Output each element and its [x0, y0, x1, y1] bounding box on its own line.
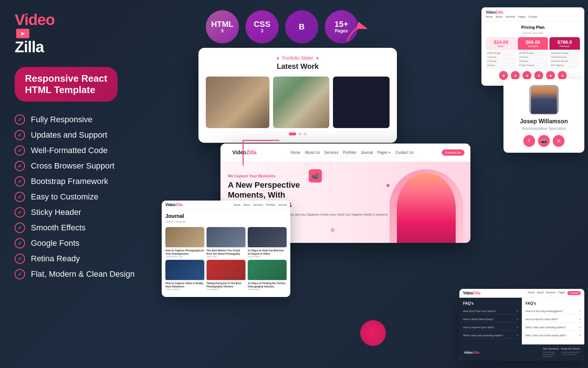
list-item: Smooth Effects	[15, 223, 176, 233]
dot	[298, 132, 301, 135]
faq-footer-cols: Our Services Photography Videography Wed…	[543, 347, 580, 358]
subtitle-line2: HTML Template	[25, 84, 107, 96]
pricing-nav-links: Home About Services Pages Contact	[486, 15, 580, 18]
instagram-icon[interactable]: 📷	[538, 135, 550, 147]
logo-zilla: Zilla	[15, 38, 44, 56]
pricing-logo: VideoZilla	[486, 10, 580, 14]
pricing-card: VideoZilla Home About Services Pages Con…	[481, 7, 584, 86]
feature-label: Flat, Modern & Clean Design	[31, 269, 135, 279]
main-area: HTML 5 CSS 3 B 15+ Pages ♦ Portf	[184, 0, 588, 368]
basic-header: $24.00 Basic	[486, 37, 516, 50]
feature-label: Fully Responsive	[31, 115, 93, 124]
faq-left-section: FAQ's How Don't Feel Your Stress?+ How t…	[459, 298, 522, 344]
check-icon	[15, 254, 25, 264]
faq-item: Who: video and social media skills?+	[526, 333, 581, 339]
faq-item: How to Work Stress Easy?+	[463, 316, 518, 322]
journal-item: Taking Everyone Is The Best Photography …	[207, 260, 245, 290]
feature-label: Bootstrap Framework	[31, 177, 108, 186]
check-icon	[15, 207, 25, 217]
faq-nav: VideoZilla Home About Services Pages Con…	[459, 289, 584, 298]
journal-image	[165, 260, 204, 280]
faq-right-section: FAQ's How is it the easy workingplace?+ …	[522, 298, 584, 344]
preview-contact-btn[interactable]: Contact Us	[442, 149, 465, 156]
portfolio-image-3	[333, 77, 390, 128]
pricing-content: Pricing Plan Choose Your Plan $24.00 Bas…	[481, 21, 584, 86]
team-member-role: Administrative Specialist	[509, 126, 578, 131]
list-item: Sticky Header	[15, 207, 176, 217]
preview-logo: VideoZilla	[226, 146, 262, 159]
portfolio-title: Latest Work	[206, 62, 390, 71]
standard-body: 10 GB Storage 20 Email 3 Domain Priority…	[518, 50, 548, 69]
preview-nav: VideoZilla Home About Us Services Portfo…	[220, 144, 470, 162]
pricing-col-basic: $24.00 Basic 5 GB Storage 10 Email 1 Dom…	[486, 37, 516, 69]
pink-circle-decoration	[360, 320, 386, 346]
faq-right-title: FAQ's	[526, 301, 581, 305]
check-icon	[15, 114, 25, 125]
portfolio-slider-label: Portfolio Slider	[282, 55, 313, 61]
journal-item: 12 Steps to Finding the Perfect Videogra…	[248, 260, 287, 290]
linkedin-icon[interactable]: in	[553, 135, 564, 147]
faq-left-title: FAQ's	[463, 301, 518, 305]
team-card: Josep Willamson Administrative Specialis…	[503, 79, 584, 153]
horizontal-connector	[243, 140, 279, 141]
faq-card: VideoZilla Home About Services Pages Con…	[459, 289, 584, 361]
team-member-name: Josep Willamson	[509, 118, 578, 125]
portfolio-image-1	[206, 77, 269, 128]
journal-item: How to Capture Photographs to Your Grand…	[165, 227, 204, 258]
journal-image	[207, 260, 245, 280]
journal-nav: VideoZilla Home About Services Portfolio…	[162, 201, 290, 209]
list-item: Bootstrap Framework	[15, 176, 176, 187]
bootstrap-badge: B	[285, 10, 318, 43]
journal-image	[248, 227, 287, 247]
check-icon	[15, 176, 25, 187]
journal-nav-links: Home About Services Portfolio Journal	[234, 204, 287, 206]
basic-body: 5 GB Storage 10 Email 1 Domain Support	[486, 50, 516, 69]
check-icon	[15, 192, 25, 202]
check-icon	[15, 223, 25, 233]
vertical-connector	[243, 140, 244, 166]
portfolio-label: ♦ Portfolio Slider ♦	[206, 55, 390, 61]
journal-image	[207, 227, 245, 247]
list-item: Easy to Customize	[15, 192, 176, 202]
pricing-icon: ◉	[558, 71, 567, 80]
portfolio-card: ♦ Portfolio Slider ♦ Latest Work	[198, 48, 397, 143]
faq-item: How is it the easy workingplace?+	[526, 308, 581, 314]
facebook-icon[interactable]: f	[523, 135, 535, 147]
list-item: Well-Formatted Code	[15, 145, 176, 156]
list-item: Flat, Modern & Clean Design	[15, 269, 176, 279]
pricing-columns: $24.00 Basic 5 GB Storage 10 Email 1 Dom…	[486, 37, 580, 69]
feature-label: Well-Formatted Code	[31, 146, 108, 155]
check-icon	[15, 145, 25, 156]
journal-content: Journal Home / Journal How to Capture Ph…	[162, 209, 290, 297]
faq-item: What: video and marketing edition?+	[526, 325, 581, 330]
feature-label: Cross Browser Support	[31, 161, 114, 171]
journal-logo: VideoZilla	[165, 203, 183, 207]
subtitle-line1: Responsive React	[25, 73, 107, 84]
check-icon	[15, 130, 25, 140]
team-socials: f 📷 in	[509, 135, 578, 147]
dot-active	[289, 132, 296, 135]
logo-text: VideoZilla	[15, 11, 55, 56]
feature-label: Easy to Customize	[31, 192, 98, 202]
feature-label: Sticky Header	[31, 208, 81, 217]
faq-footer: VideoZilla Our Services Photography Vide…	[459, 344, 584, 361]
pricing-col-premium: $786.0 Premium Unlimited Storage Unlimit…	[549, 37, 580, 69]
subtitle-badge: Responsive React HTML Template	[15, 67, 118, 102]
faq-item: How to improve your skills?+	[463, 325, 518, 330]
journal-breadcrumb: Home / Journal	[165, 220, 287, 223]
list-item: Fully Responsive	[15, 114, 176, 125]
faq-nav-links: Home About Services Pages Contact	[528, 291, 581, 295]
pricing-header: VideoZilla Home About Services Pages Con…	[481, 7, 584, 21]
journal-card: VideoZilla Home About Services Portfolio…	[162, 201, 290, 297]
list-item: Cross Browser Support	[15, 161, 176, 171]
check-icon	[15, 269, 25, 279]
logo-video: Video	[15, 11, 55, 28]
feature-label: Retina Ready	[31, 254, 80, 263]
faq-item: What: video and marketing edition?+	[463, 333, 518, 339]
feature-label: Google Fonts	[31, 238, 79, 248]
avatar-image	[531, 86, 557, 114]
preview-nav-links: Home About Us Services Portfolio Journal…	[285, 148, 419, 158]
portfolio-image-2	[273, 77, 330, 128]
dot	[304, 132, 306, 135]
journal-item: How to Capture Video Is Really Hard Situ…	[165, 260, 204, 290]
